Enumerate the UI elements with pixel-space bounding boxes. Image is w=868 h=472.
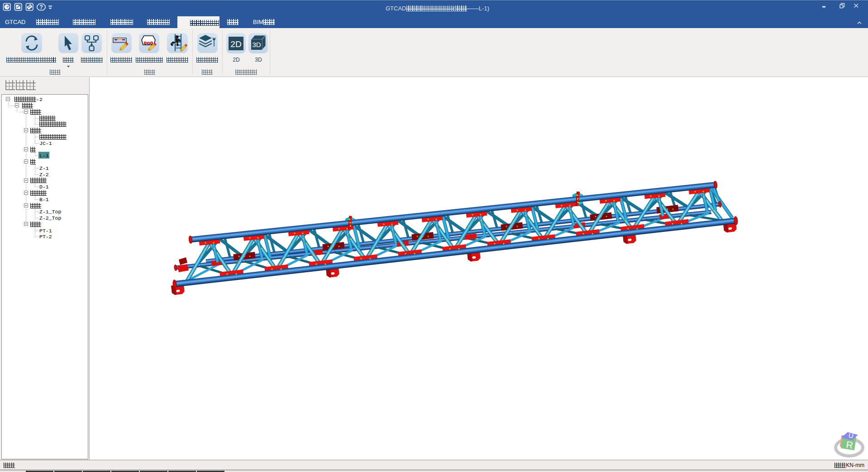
svg-text:3D: 3D	[252, 41, 261, 48]
svg-text:?: ?	[39, 4, 43, 10]
svg-text:2D: 2D	[230, 39, 241, 49]
